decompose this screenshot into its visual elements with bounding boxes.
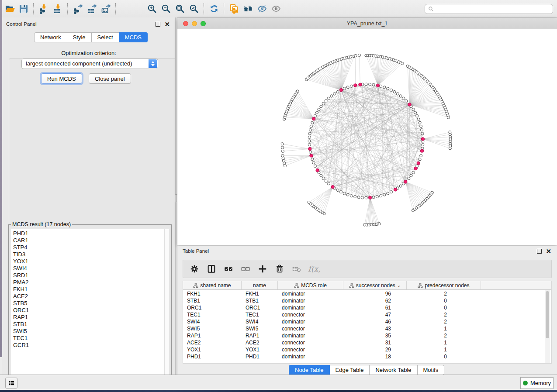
zoom-selected-button[interactable]	[187, 2, 201, 16]
mcds-node[interactable]	[368, 196, 371, 199]
mcds-node[interactable]	[417, 162, 420, 165]
column-header-name[interactable]: name	[242, 281, 278, 289]
hide-selected-button[interactable]	[255, 2, 269, 16]
mcds-node[interactable]	[420, 149, 423, 152]
mcds-result-item[interactable]: GCR1	[10, 342, 170, 349]
table-row[interactable]: ACE2ACE2connector311	[183, 339, 551, 346]
network-node[interactable]	[308, 201, 310, 203]
network-window-titlebar[interactable]: YPA_prune.txt_1	[177, 18, 557, 29]
mcds-node[interactable]	[308, 147, 311, 150]
network-node[interactable]	[314, 165, 316, 167]
mcds-result-item[interactable]: RAP1	[10, 314, 170, 321]
network-node[interactable]	[314, 114, 316, 117]
network-node[interactable]	[380, 195, 382, 197]
show-all-button[interactable]	[269, 2, 283, 16]
network-node[interactable]	[311, 121, 314, 124]
tab-network[interactable]: Network	[34, 32, 67, 42]
mcds-result-item[interactable]: ACE2	[10, 293, 170, 300]
search-field[interactable]	[425, 4, 553, 14]
tab-edge-table[interactable]: Edge Table	[330, 365, 370, 375]
tab-select[interactable]: Select	[92, 32, 119, 42]
network-node[interactable]	[405, 100, 408, 102]
tab-network-table[interactable]: Network Table	[370, 365, 417, 375]
mcds-result-item[interactable]: ORC1	[10, 307, 170, 314]
table-row[interactable]: SWI4SWI4dominator462	[183, 318, 551, 325]
network-node[interactable]	[333, 93, 336, 95]
table-row[interactable]: STB1STB1dominator620	[183, 297, 551, 304]
mcds-node[interactable]	[404, 180, 407, 183]
mcds-result-item[interactable]: CAR1	[10, 237, 170, 244]
mcds-result-item[interactable]: SWI4	[10, 265, 170, 272]
network-node[interactable]	[312, 162, 315, 164]
first-neighbors-button[interactable]	[241, 2, 255, 16]
network-node[interactable]	[390, 89, 392, 91]
table-row[interactable]: RAP1RAP1dominator352	[183, 332, 551, 339]
network-node[interactable]	[412, 209, 414, 212]
export-table-button[interactable]	[85, 2, 99, 16]
tab-mcds[interactable]: MCDS	[119, 32, 148, 42]
show-columns-button[interactable]	[205, 263, 218, 275]
mcds-node[interactable]	[339, 89, 343, 92]
mcds-node[interactable]	[414, 167, 417, 170]
run-mcds-button[interactable]: Run MCDS	[41, 73, 82, 84]
delete-column-button[interactable]	[273, 263, 286, 275]
column-header-MCDS-role[interactable]: MCDS role	[278, 281, 343, 289]
network-node[interactable]	[320, 174, 322, 177]
network-node[interactable]	[310, 125, 312, 127]
open-file-button[interactable]	[3, 2, 17, 16]
mcds-result-list[interactable]: PHD1CAR1STP4TID3YOX1SWI4SRD1PMA2FKH1ACE2…	[10, 229, 170, 382]
network-node[interactable]	[408, 177, 410, 180]
float-table-panel-icon[interactable]	[537, 249, 542, 254]
network-graph[interactable]	[177, 29, 557, 245]
zoom-out-button[interactable]	[159, 2, 173, 16]
network-node[interactable]	[368, 83, 371, 86]
memory-button[interactable]: Memory	[520, 377, 554, 389]
table-row[interactable]: YOX1YOX1connector291	[183, 346, 551, 353]
network-node[interactable]	[390, 191, 392, 193]
network-node[interactable]	[449, 147, 451, 150]
mcds-node[interactable]	[354, 84, 357, 87]
table-row[interactable]: SWI5SWI5connector431	[183, 325, 551, 332]
mcds-result-item[interactable]: PMA2	[10, 279, 170, 286]
mcds-node[interactable]	[394, 188, 397, 191]
network-node[interactable]	[308, 143, 311, 146]
network-node[interactable]	[327, 182, 330, 185]
network-node[interactable]	[322, 102, 325, 105]
tab-motifs[interactable]: Motifs	[418, 365, 445, 375]
network-node[interactable]	[343, 87, 346, 90]
close-panel-icon[interactable]: ✕	[164, 22, 170, 26]
network-node[interactable]	[325, 180, 327, 182]
mcds-result-item[interactable]: SWI5	[10, 328, 170, 335]
mcds-node[interactable]	[312, 117, 315, 120]
close-table-panel-icon[interactable]: ✕	[546, 249, 551, 253]
mcds-result-item[interactable]: FKH1	[10, 286, 170, 293]
network-node[interactable]	[401, 62, 404, 65]
export-network-button[interactable]	[71, 2, 85, 16]
network-node[interactable]	[354, 195, 356, 198]
mcds-list-scrollbar[interactable]	[164, 229, 170, 382]
network-node[interactable]	[414, 111, 417, 114]
clone-network-button[interactable]	[227, 2, 241, 16]
network-node[interactable]	[422, 143, 424, 146]
mcds-node[interactable]	[408, 103, 411, 106]
network-node[interactable]	[365, 196, 367, 199]
network-node[interactable]	[308, 140, 311, 142]
refresh-layout-button[interactable]	[207, 2, 221, 16]
network-node[interactable]	[283, 162, 286, 165]
column-header-successor-nodes[interactable]: successor nodes⌄	[343, 281, 407, 289]
export-image-button[interactable]	[99, 2, 113, 16]
network-node[interactable]	[363, 224, 366, 226]
tab-style[interactable]: Style	[67, 32, 92, 42]
network-node[interactable]	[383, 193, 386, 196]
unselect-all-button[interactable]	[239, 263, 252, 275]
network-node[interactable]	[282, 157, 284, 159]
network-node[interactable]	[420, 129, 423, 131]
table-row[interactable]: FKH1FKH1dominator962	[183, 290, 551, 297]
network-node[interactable]	[372, 196, 375, 199]
table-row[interactable]: ORC1ORC1dominator610	[183, 304, 551, 311]
network-node[interactable]	[330, 95, 333, 97]
optimization-criterion-select[interactable]: largest connected component (undirected)	[21, 58, 158, 69]
save-session-button[interactable]	[17, 2, 31, 16]
network-node[interactable]	[357, 196, 360, 199]
network-node[interactable]	[282, 159, 285, 162]
